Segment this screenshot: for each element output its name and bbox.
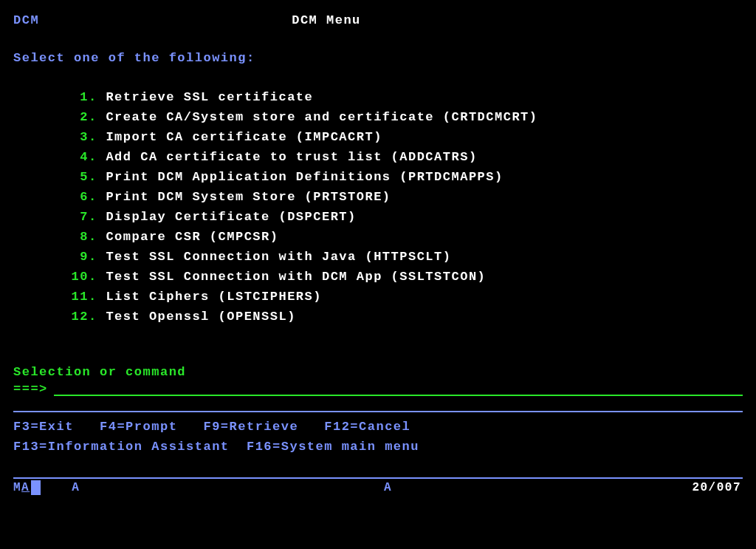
header: DCM DCM Menu <box>13 13 743 27</box>
selection-prompt: Selection or command <box>13 365 743 379</box>
status-indicator-1: A <box>72 481 80 494</box>
menu-item-9[interactable]: 9. Test SSL Connection with Java (HTTPSC… <box>56 247 743 267</box>
menu-item-11[interactable]: 11. List Ciphers (LSTCIPHERS) <box>56 287 743 307</box>
function-keys-row-2: F13=Information Assistant F16=System mai… <box>13 437 743 457</box>
menu-item-6[interactable]: 6. Print DCM System Store (PRTSTORE) <box>56 187 743 207</box>
menu-item-3[interactable]: 3. Import CA certificate (IMPCACRT) <box>56 127 743 147</box>
status-indicator-2: A <box>384 481 392 494</box>
function-keys-row-1: F3=Exit F4=Prompt F9=Retrieve F12=Cancel <box>13 417 743 437</box>
menu-item-4[interactable]: 4. Add CA certificate to trust list (ADD… <box>56 147 743 167</box>
menu-item-8[interactable]: 8. Compare CSR (CMPCSR) <box>56 227 743 247</box>
command-arrow: ===> <box>13 382 48 396</box>
divider <box>13 411 743 412</box>
page-title: DCM Menu <box>87 13 743 27</box>
menu-item-5[interactable]: 5. Print DCM Application Definitions (PR… <box>56 167 743 187</box>
menu-list: 1. Retrieve SSL certificate 2. Create CA… <box>56 87 743 327</box>
command-line: ===> <box>13 381 743 396</box>
menu-item-12[interactable]: 12. Test Openssl (OPENSSL) <box>56 307 743 327</box>
status-bar: MA A A 20/007 <box>13 479 743 495</box>
menu-item-10[interactable]: 10. Test SSL Connection with DCM App (SS… <box>56 267 743 287</box>
status-mode: MA <box>13 480 41 495</box>
prompt-text: Select one of the following: <box>13 51 743 65</box>
command-input[interactable] <box>54 381 743 396</box>
status-block-icon <box>31 480 41 495</box>
menu-item-2[interactable]: 2. Create CA/System store and certificat… <box>56 107 743 127</box>
cursor-position: 20/007 <box>692 481 743 494</box>
menu-item-1[interactable]: 1. Retrieve SSL certificate <box>56 87 743 107</box>
system-id: DCM <box>13 13 87 27</box>
menu-item-7[interactable]: 7. Display Certificate (DSPCERT) <box>56 207 743 227</box>
